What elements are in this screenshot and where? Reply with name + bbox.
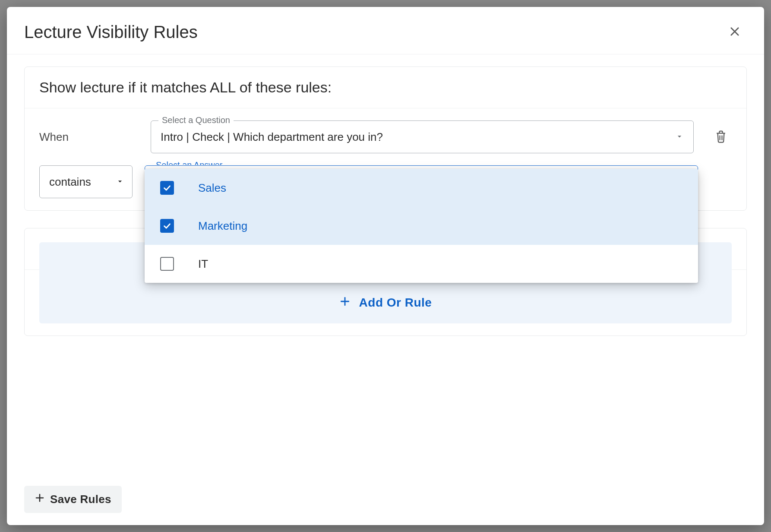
rule-answer-row: contains Select an Answer xyxy=(39,165,732,198)
question-select-value: Intro | Check | Which department are you… xyxy=(161,130,383,144)
plus-icon xyxy=(339,296,351,310)
answer-option-label: Sales xyxy=(198,181,226,195)
operator-select-value: contains xyxy=(49,175,91,189)
close-button[interactable] xyxy=(726,23,743,41)
modal-header: Lecture Visibility Rules xyxy=(7,7,764,54)
answer-option-marketing[interactable]: Marketing xyxy=(145,207,698,245)
answer-dropdown-menu: Sales Marketing IT xyxy=(145,169,698,283)
modal-footer: Save Rules xyxy=(7,480,764,525)
save-rules-label: Save Rules xyxy=(50,493,111,506)
close-icon xyxy=(729,32,741,39)
caret-down-icon xyxy=(675,130,684,144)
answer-option-label: IT xyxy=(198,257,208,271)
checkbox-checked-icon xyxy=(160,219,174,233)
add-or-rule-label: Add Or Rule xyxy=(359,296,432,310)
visibility-rules-modal: Lecture Visibility Rules Show lecture if… xyxy=(7,7,764,525)
rule-question-row: When Select a Question Intro | Check | W… xyxy=(39,120,732,153)
delete-rule-button[interactable] xyxy=(710,126,732,148)
all-rules-title: Show lecture if it matches ALL of these … xyxy=(39,79,732,96)
answer-field: Select an Answer Sales xyxy=(145,165,698,198)
plus-icon xyxy=(35,493,45,506)
caret-down-icon xyxy=(116,175,124,189)
all-rules-card: Show lecture if it matches ALL of these … xyxy=(24,66,747,211)
all-rules-body: When Select a Question Intro | Check | W… xyxy=(25,108,746,210)
question-select[interactable]: Intro | Check | Which department are you… xyxy=(151,120,694,153)
answer-option-sales[interactable]: Sales xyxy=(145,169,698,207)
when-label: When xyxy=(39,130,139,144)
answer-option-label: Marketing xyxy=(198,219,247,233)
checkbox-checked-icon xyxy=(160,181,174,195)
question-field: Select a Question Intro | Check | Which … xyxy=(151,120,694,153)
trash-icon xyxy=(714,138,727,145)
operator-select[interactable]: contains xyxy=(39,165,133,198)
save-rules-button[interactable]: Save Rules xyxy=(24,486,122,513)
question-field-label: Select a Question xyxy=(158,115,234,125)
modal-body: Show lecture if it matches ALL of these … xyxy=(7,54,764,480)
modal-title: Lecture Visibility Rules xyxy=(24,22,198,42)
all-rules-header: Show lecture if it matches ALL of these … xyxy=(25,67,746,108)
answer-option-it[interactable]: IT xyxy=(145,245,698,283)
checkbox-unchecked-icon xyxy=(160,257,174,271)
